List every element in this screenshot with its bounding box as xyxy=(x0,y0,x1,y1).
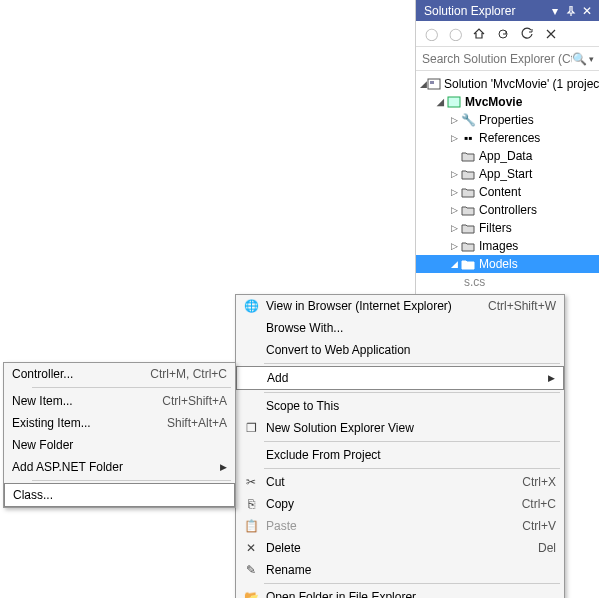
menu-paste[interactable]: 📋PasteCtrl+V xyxy=(236,515,564,537)
menu-browse-with[interactable]: Browse With... xyxy=(236,317,564,339)
search-box[interactable]: 🔍 ▾ xyxy=(416,47,599,71)
menu-new-view[interactable]: ❐New Solution Explorer View xyxy=(236,417,564,439)
menu-delete[interactable]: ✕DeleteDel xyxy=(236,537,564,559)
svg-rect-2 xyxy=(430,81,434,84)
sync-icon[interactable] xyxy=(494,25,512,43)
folder-icon xyxy=(460,203,476,217)
panel-header: Solution Explorer ▾ ✕ xyxy=(416,0,599,21)
dropdown-icon[interactable]: ▾ xyxy=(547,3,563,19)
solution-node[interactable]: ◢ Solution 'MvcMovie' (1 project) xyxy=(416,75,599,93)
project-icon xyxy=(446,95,462,109)
back-icon[interactable]: ◯ xyxy=(422,25,440,43)
menu-cut[interactable]: ✂CutCtrl+X xyxy=(236,471,564,493)
search-input[interactable] xyxy=(422,52,572,66)
copy-icon: ⎘ xyxy=(240,497,262,511)
menu-separator xyxy=(264,468,560,469)
tree-item-controllers[interactable]: ▷Controllers xyxy=(416,201,599,219)
menu-separator xyxy=(264,392,560,393)
submenu-arrow-icon: ▶ xyxy=(215,462,227,472)
tree-item-references[interactable]: ▷▪▪References xyxy=(416,129,599,147)
menu-separator xyxy=(264,583,560,584)
menu-class[interactable]: Class... xyxy=(4,483,235,507)
paste-icon: 📋 xyxy=(240,519,262,533)
ghost-item: s.cs xyxy=(416,273,599,291)
solution-label: Solution 'MvcMovie' (1 project) xyxy=(444,77,599,91)
panel-title: Solution Explorer xyxy=(424,4,547,18)
solution-icon xyxy=(427,77,441,91)
menu-new-item[interactable]: New Item...Ctrl+Shift+A xyxy=(4,390,235,412)
submenu-arrow-icon: ▶ xyxy=(543,373,555,383)
window-icon: ❐ xyxy=(240,421,262,435)
delete-icon: ✕ xyxy=(240,541,262,555)
menu-copy[interactable]: ⎘CopyCtrl+C xyxy=(236,493,564,515)
menu-new-folder[interactable]: New Folder xyxy=(4,434,235,456)
menu-exclude[interactable]: Exclude From Project xyxy=(236,444,564,466)
tree-item-models[interactable]: ◢Models xyxy=(416,255,599,273)
menu-scope[interactable]: Scope to This xyxy=(236,395,564,417)
search-dropdown-icon[interactable]: ▾ xyxy=(589,54,594,64)
svg-rect-3 xyxy=(448,97,460,107)
menu-view-browser[interactable]: 🌐View in Browser (Internet Explorer)Ctrl… xyxy=(236,295,564,317)
open-folder-icon: 📂 xyxy=(240,590,262,598)
folder-icon xyxy=(460,239,476,253)
tree-item-appdata[interactable]: ▷App_Data xyxy=(416,147,599,165)
project-node[interactable]: ◢ MvcMovie xyxy=(416,93,599,111)
menu-add[interactable]: Add▶ xyxy=(236,366,564,390)
menu-convert-web[interactable]: Convert to Web Application xyxy=(236,339,564,361)
menu-separator xyxy=(32,480,231,481)
context-menu-main: 🌐View in Browser (Internet Explorer)Ctrl… xyxy=(235,294,565,598)
menu-existing-item[interactable]: Existing Item...Shift+Alt+A xyxy=(4,412,235,434)
pin-icon[interactable] xyxy=(563,3,579,19)
menu-rename[interactable]: ✎Rename xyxy=(236,559,564,581)
collapse-icon[interactable] xyxy=(542,25,560,43)
menu-separator xyxy=(264,363,560,364)
context-menu-add: Controller...Ctrl+M, Ctrl+C New Item...C… xyxy=(3,362,236,508)
tree-item-appstart[interactable]: ▷App_Start xyxy=(416,165,599,183)
tree-item-properties[interactable]: ▷🔧Properties xyxy=(416,111,599,129)
panel-toolbar: ◯ ◯ xyxy=(416,21,599,47)
wrench-icon: 🔧 xyxy=(460,113,476,127)
folder-icon xyxy=(460,185,476,199)
cut-icon: ✂ xyxy=(240,475,262,489)
forward-icon[interactable]: ◯ xyxy=(446,25,464,43)
project-label: MvcMovie xyxy=(465,95,522,109)
tree-item-filters[interactable]: ▷Filters xyxy=(416,219,599,237)
references-icon: ▪▪ xyxy=(460,131,476,145)
browser-icon: 🌐 xyxy=(240,299,262,313)
menu-open-folder[interactable]: 📂Open Folder in File Explorer xyxy=(236,586,564,598)
folder-icon xyxy=(460,221,476,235)
tree-item-images[interactable]: ▷Images xyxy=(416,237,599,255)
menu-separator xyxy=(32,387,231,388)
folder-icon xyxy=(460,167,476,181)
tree-item-content[interactable]: ▷Content xyxy=(416,183,599,201)
search-icon[interactable]: 🔍 xyxy=(572,52,587,66)
home-icon[interactable] xyxy=(470,25,488,43)
menu-controller[interactable]: Controller...Ctrl+M, Ctrl+C xyxy=(4,363,235,385)
menu-asp-folder[interactable]: Add ASP.NET Folder▶ xyxy=(4,456,235,478)
refresh-icon[interactable] xyxy=(518,25,536,43)
folder-icon xyxy=(460,149,476,163)
menu-separator xyxy=(264,441,560,442)
rename-icon: ✎ xyxy=(240,563,262,577)
close-icon[interactable]: ✕ xyxy=(579,3,595,19)
folder-icon xyxy=(460,257,476,271)
